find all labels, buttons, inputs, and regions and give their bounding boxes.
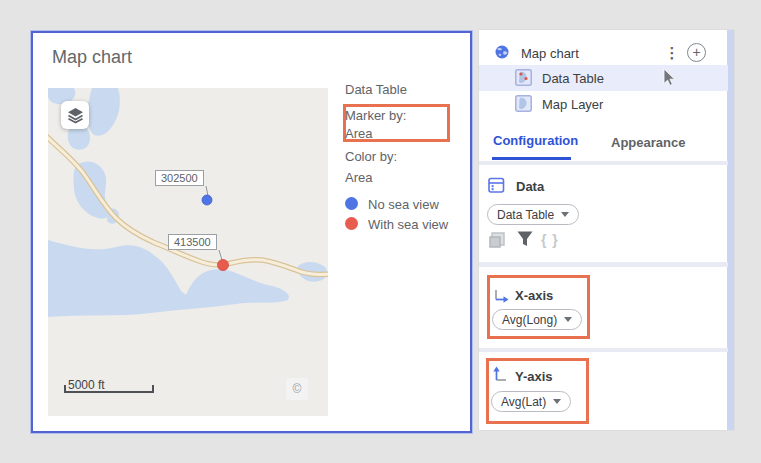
x-axis-dropdown[interactable]: Avg(Long) [492,309,582,330]
legend-title: Data Table [345,82,407,97]
properties-panel: Map chart ⋮ + Data Table Map Layer Confi… [478,29,735,431]
map-layers-button[interactable] [61,101,89,129]
data-table-dropdown[interactable]: Data Table [487,204,579,225]
map-canvas[interactable]: 302500 413500 5000 ft © [48,88,328,416]
map-scale-bar [64,385,154,393]
marker-no-sea-view[interactable] [202,195,212,205]
y-axis-dropdown-value: Avg(Lat) [501,395,546,409]
application-window: Map chart [0,0,761,463]
y-axis-icon [493,366,508,382]
data-table-icon [488,177,505,194]
y-axis-dropdown[interactable]: Avg(Lat) [491,391,571,412]
filter-icon[interactable] [516,230,534,248]
chevron-down-icon [564,317,572,322]
chart-title: Map chart [52,47,132,68]
map-chart-visualization-card: Map chart [31,31,472,433]
chevron-down-icon [561,212,569,217]
y-axis-section-title: Y-axis [515,369,553,384]
active-tab-underline [492,157,571,160]
globe-icon [495,45,509,59]
tree-item-label: Map Layer [542,97,603,112]
marking-icon[interactable] [489,232,505,248]
tree-root-label[interactable]: Map chart [521,46,579,61]
map-marker-label: 302500 [155,170,204,186]
data-table-layer-icon [515,69,532,86]
layers-icon [67,107,84,124]
legend-item-label: With sea view [368,217,448,232]
marker-with-sea-view[interactable] [218,260,229,271]
add-layer-button[interactable]: + [687,43,706,62]
map-marker-label: 413500 [168,234,217,250]
kebab-menu-icon[interactable]: ⋮ [664,43,680,63]
tree-item-label: Data Table [542,71,604,86]
legend-swatch-with-sea-view [345,217,358,230]
x-axis-section-title: X-axis [515,288,553,303]
map-geography [48,88,328,416]
section-divider [479,262,728,267]
section-divider [479,161,728,165]
tab-appearance[interactable]: Appearance [611,135,685,150]
legend-color-by-label: Color by: [345,149,397,164]
x-axis-icon [494,288,509,303]
section-divider [479,348,728,352]
mouse-cursor-icon [663,69,675,86]
copyright-icon[interactable]: © [286,378,308,400]
tree-item-data-table[interactable]: Data Table [479,65,728,91]
legend-marker-by-value: Area [345,126,372,141]
expression-braces-icon[interactable]: { } [541,232,559,248]
chevron-down-icon [553,399,561,404]
x-axis-dropdown-value: Avg(Long) [502,313,557,327]
legend-color-by-value: Area [345,170,372,185]
legend-marker-by-label: Marker by: [345,108,406,123]
tree-item-map-layer[interactable]: Map Layer [479,91,728,117]
legend-swatch-no-sea-view [345,197,358,210]
tab-configuration[interactable]: Configuration [493,133,578,148]
data-table-dropdown-value: Data Table [497,208,554,222]
legend-item-label: No sea view [368,197,439,212]
map-layer-icon [515,95,532,112]
panel-scrollbar[interactable] [727,30,734,430]
data-section-title: Data [516,179,544,194]
